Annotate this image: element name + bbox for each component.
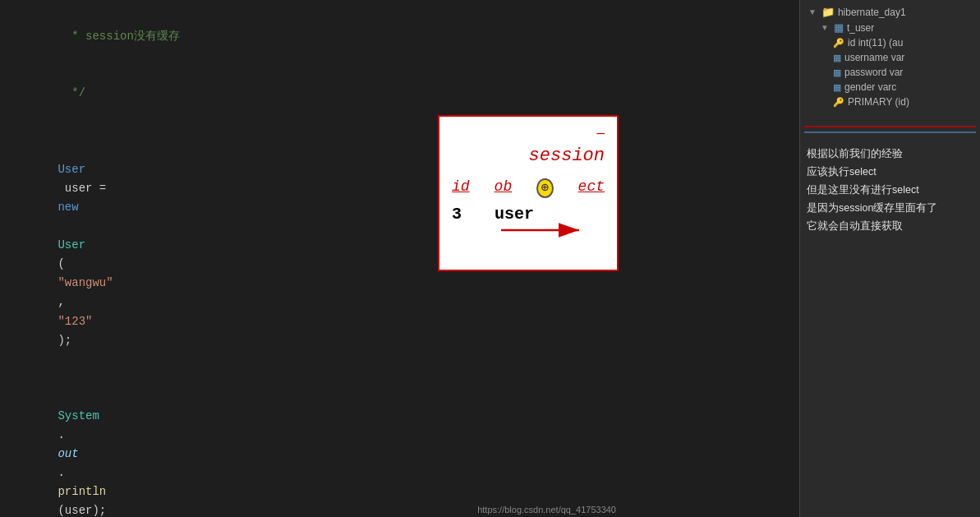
red-arrow bbox=[493, 210, 591, 255]
col-icon: ▦ bbox=[833, 53, 841, 63]
annotation-line4: 是因为session缓存里面有了 bbox=[807, 200, 973, 218]
annotation-line2: 应该执行select bbox=[807, 164, 973, 182]
db-panel: ▼ 📁 hibernate_day1 ▼ ▦ t_user 🔑 id int(1… bbox=[799, 0, 980, 517]
annotation-line5: 它就会自动直接获取 bbox=[807, 218, 973, 236]
code-line: * session没有缓存 bbox=[16, 8, 783, 65]
code-line: User user = new User ( "wangwu" , "123" … bbox=[16, 141, 783, 369]
db-tree-item-password[interactable]: ▦ password var bbox=[800, 65, 980, 80]
code-line: System . out . println (user); bbox=[16, 369, 783, 517]
db-name-label: hibernate_day1 bbox=[838, 7, 906, 18]
col-icon: ▦ bbox=[833, 67, 841, 78]
key-icon: 🔑 bbox=[833, 97, 844, 108]
chevron-down-icon: ▼ bbox=[808, 7, 817, 16]
col-id-header: id bbox=[452, 178, 470, 198]
code-area: * session没有缓存 */ User user = new User ( … bbox=[0, 0, 799, 517]
folder-icon: 📁 bbox=[821, 6, 835, 18]
db-tree-item-primary[interactable]: 🔑 PRIMARY (id) bbox=[800, 95, 980, 109]
separator bbox=[804, 126, 976, 127]
col-icon: ▦ bbox=[833, 82, 841, 93]
col-id-label: id int(11) (au bbox=[848, 37, 903, 48]
chevron-down-icon: ▼ bbox=[821, 23, 829, 32]
col-obj-rest: ect bbox=[578, 178, 605, 198]
col-gender-label: gender varc bbox=[844, 81, 896, 93]
db-tree-item-tuser[interactable]: ▼ ▦ t_user bbox=[800, 20, 980, 35]
code-line: */ bbox=[16, 65, 783, 122]
session-headers: id ob ⊕ ect bbox=[452, 178, 605, 198]
db-tree-item-gender[interactable]: ▦ gender varc bbox=[800, 80, 980, 95]
col-username-label: username var bbox=[844, 52, 904, 63]
annotation-box: 根据以前我们的经验 应该执行select 但是这里没有进行select 是因为s… bbox=[800, 137, 980, 243]
annotation-line3: 但是这里没有进行select bbox=[807, 182, 973, 200]
col-primary-label: PRIMARY (id) bbox=[848, 96, 909, 108]
url-bar: https://blog.csdn.net/qq_41753340 bbox=[475, 502, 619, 517]
col-password-label: password var bbox=[844, 67, 903, 78]
separator2 bbox=[804, 132, 976, 133]
code-content: * session没有缓存 */ User user = new User ( … bbox=[0, 0, 799, 517]
db-tree-item-id[interactable]: 🔑 id int(11) (au bbox=[800, 35, 980, 50]
code-line bbox=[16, 122, 783, 141]
db-tree-item-username[interactable]: ▦ username var bbox=[800, 50, 980, 65]
db-tree-item-hibernate[interactable]: ▼ 📁 hibernate_day1 bbox=[800, 4, 980, 20]
col-obj-header: ob bbox=[495, 178, 513, 198]
id-icon: 🔑 bbox=[833, 38, 844, 48]
table-name-label: t_user bbox=[847, 22, 874, 34]
annotation-line1: 根据以前我们的经验 bbox=[807, 145, 973, 164]
crosshair-icon: ⊕ bbox=[536, 178, 553, 198]
table-icon: ▦ bbox=[834, 21, 844, 34]
session-title: session bbox=[452, 145, 605, 166]
session-val1: 3 bbox=[452, 205, 462, 224]
